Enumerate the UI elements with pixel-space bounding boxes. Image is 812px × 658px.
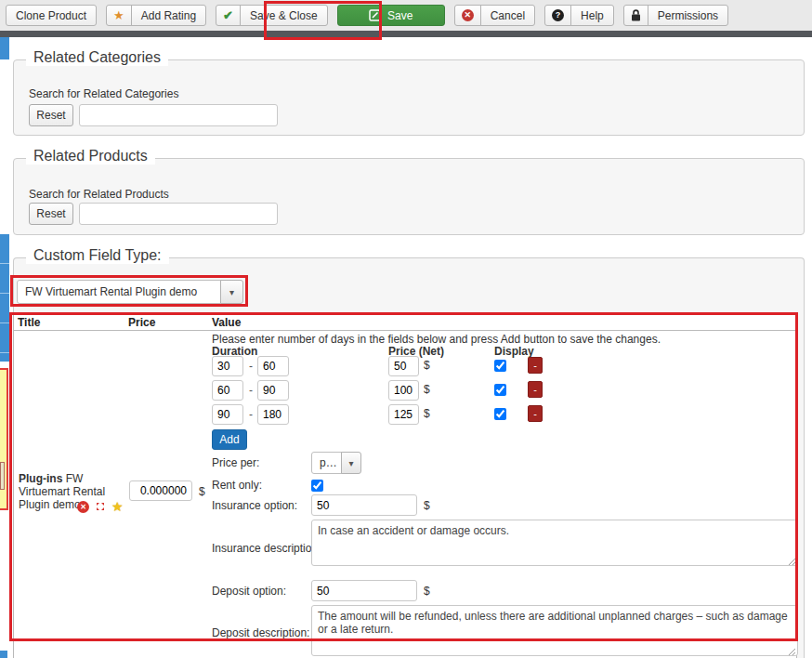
price-net-input[interactable]	[388, 404, 419, 425]
save-label: Save	[387, 9, 413, 22]
save-icon	[369, 9, 381, 21]
custom-field-type-select[interactable]: FW Virtuemart Rental Plugin demo ▾	[17, 280, 243, 304]
related-products-search-input[interactable]	[79, 203, 278, 225]
price-net-input[interactable]	[388, 380, 419, 401]
column-header-value: Value	[212, 316, 241, 329]
deposit-description-label: Deposit description:	[212, 626, 309, 639]
price-per-label: Price per:	[212, 456, 259, 469]
cancel-button[interactable]: Cancel	[480, 5, 535, 26]
column-header-price: Price	[128, 316, 155, 329]
remove-row-button[interactable]: -	[528, 357, 543, 374]
display-checkbox[interactable]	[494, 384, 506, 396]
toolbar: Clone Product ★ Add Rating ✔ Save & Clos…	[0, 0, 812, 31]
delete-icon[interactable]: ✕	[77, 501, 89, 513]
plugin-row-actions: ✕ ★	[77, 500, 124, 513]
resize-handle-icon[interactable]	[788, 646, 796, 654]
price-net-input[interactable]	[388, 356, 419, 376]
clone-product-button[interactable]: Clone Product	[6, 5, 97, 26]
currency-label: $	[424, 383, 430, 396]
rental-period-row: - $ -	[212, 356, 602, 376]
rental-period-row: - $ -	[212, 404, 602, 425]
range-separator: -	[249, 360, 253, 373]
permissions-icon-button[interactable]	[623, 5, 648, 26]
help-button[interactable]: Help	[570, 5, 614, 26]
clipped-blue-panel	[0, 37, 9, 59]
duration-to-input[interactable]	[257, 380, 289, 401]
related-categories-reset-button[interactable]: Reset	[29, 104, 73, 126]
range-separator: -	[249, 408, 253, 421]
related-categories-section: Related Categories Search for Related Ca…	[13, 59, 805, 136]
deposit-option-label: Deposit option:	[212, 585, 286, 598]
plugin-type-label: Plug-ins	[19, 472, 62, 485]
save-close-icon-button[interactable]: ✔	[216, 5, 241, 26]
currency-label: $	[424, 585, 430, 598]
duration-from-input[interactable]	[212, 380, 243, 401]
cancel-icon-button[interactable]: ✕	[454, 5, 481, 26]
star-icon: ★	[113, 9, 124, 21]
plugin-price-currency: $	[199, 485, 205, 498]
rent-only-checkbox[interactable]	[311, 480, 323, 492]
permissions-button[interactable]: Permissions	[648, 5, 728, 26]
remove-row-button[interactable]: -	[528, 381, 543, 398]
insurance-option-input[interactable]	[311, 494, 417, 516]
move-icon[interactable]	[95, 501, 106, 512]
resize-handle-icon[interactable]	[788, 556, 796, 564]
duration-to-input[interactable]	[257, 404, 289, 425]
clipped-tooltip-content	[0, 462, 5, 490]
add-rating-group: ★ Add Rating	[106, 5, 206, 26]
price-per-select-value: p…	[311, 452, 342, 474]
price-per-select[interactable]: p… ▾	[311, 452, 361, 474]
deposit-description-textarea[interactable]: The amount will be refunded, unless ther…	[311, 605, 798, 656]
related-products-search-label: Search for Related Products	[29, 188, 169, 201]
chevron-down-icon[interactable]: ▾	[220, 280, 243, 304]
currency-label: $	[424, 499, 430, 512]
add-rating-icon-button[interactable]: ★	[106, 5, 132, 26]
duration-from-input[interactable]	[212, 404, 243, 425]
related-products-reset-button[interactable]: Reset	[29, 203, 73, 225]
duration-to-input[interactable]	[257, 356, 289, 376]
related-products-title: Related Products	[26, 148, 155, 164]
clipped-blue-panel	[0, 651, 7, 658]
related-products-section: Related Products Search for Related Prod…	[13, 158, 805, 235]
currency-label: $	[424, 359, 430, 372]
related-categories-search-input[interactable]	[79, 104, 278, 126]
deposit-option-input[interactable]	[311, 580, 417, 601]
chevron-down-icon[interactable]: ▾	[341, 452, 361, 474]
deposit-description-wrapper: The amount will be refunded, unless ther…	[311, 605, 798, 656]
top-divider-bar	[0, 31, 812, 37]
add-rating-button[interactable]: Add Rating	[131, 5, 206, 26]
save-close-group: ✔ Save & Close	[216, 5, 328, 26]
insurance-description-textarea[interactable]: In case an accident or damage occurs.	[311, 520, 798, 566]
help-group: ? Help	[544, 5, 614, 26]
custom-field-table: Title Price Value Plug-ins FW Virtuemart…	[13, 313, 797, 658]
insurance-option-label: Insurance option:	[212, 499, 297, 512]
permissions-group: Permissions	[623, 5, 728, 26]
rent-only-label: Rent only:	[212, 479, 262, 492]
currency-label: $	[424, 407, 430, 420]
table-header-divider	[14, 330, 796, 331]
plugin-price-input[interactable]	[129, 480, 192, 501]
clipped-blue-panel	[0, 234, 9, 362]
save-close-button[interactable]: Save & Close	[240, 5, 328, 26]
duration-from-input[interactable]	[212, 356, 243, 376]
lock-icon	[631, 9, 641, 21]
display-checkbox[interactable]	[494, 408, 506, 420]
favorite-star-icon[interactable]: ★	[111, 500, 124, 513]
save-button[interactable]: Save	[337, 5, 445, 26]
rental-instructions: Please enter number of days in the field…	[212, 333, 661, 346]
display-checkbox[interactable]	[494, 360, 506, 372]
rental-period-row: - $ -	[212, 380, 602, 401]
related-categories-title: Related Categories	[26, 49, 168, 66]
range-separator: -	[249, 384, 253, 397]
remove-row-button[interactable]: -	[528, 405, 543, 422]
custom-field-type-title: Custom Field Type:	[26, 247, 169, 264]
custom-field-type-select-value: FW Virtuemart Rental Plugin demo	[17, 280, 221, 304]
check-icon: ✔	[223, 9, 233, 21]
cancel-group: ✕ Cancel	[454, 5, 535, 26]
add-period-button[interactable]: Add	[212, 429, 247, 450]
help-icon-button[interactable]: ?	[544, 5, 571, 26]
help-icon: ?	[552, 9, 564, 21]
insurance-description-label: Insurance description:	[212, 542, 321, 555]
insurance-description-wrapper: In case an accident or damage occurs.	[311, 520, 798, 566]
related-categories-search-label: Search for Related Categories	[29, 87, 178, 100]
